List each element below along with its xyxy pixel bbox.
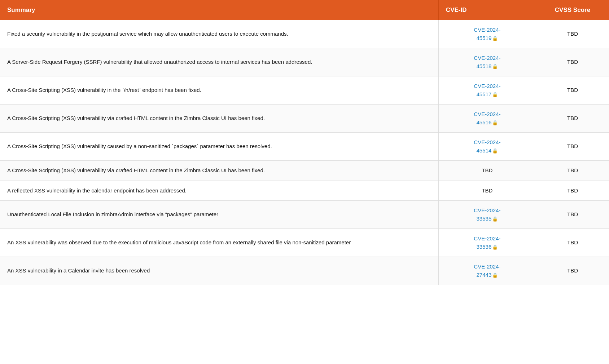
cve-id-cell[interactable]: CVE-2024-27443🔒 (438, 257, 536, 285)
summary-cell: Fixed a security vulnerability in the po… (0, 20, 438, 48)
table-row: A Cross-Site Scripting (XSS) vulnerabili… (0, 161, 609, 181)
lock-icon: 🔒 (492, 147, 498, 155)
cvss-score-cell: TBD (536, 181, 609, 201)
cve-id-cell[interactable]: CVE-2024-45517🔒 (438, 76, 536, 105)
cve-id-cell[interactable]: CVE-2024-45514🔒 (438, 133, 536, 161)
cvss-score-cell: TBD (536, 229, 609, 257)
summary-cell: A Cross-Site Scripting (XSS) vulnerabili… (0, 133, 438, 161)
table-row: A Server-Side Request Forgery (SSRF) vul… (0, 48, 609, 76)
cve-id-cell: TBD (438, 181, 536, 201)
cvss-score-cell: TBD (536, 201, 609, 229)
lock-icon: 🔒 (492, 35, 498, 42)
summary-cell: A Server-Side Request Forgery (SSRF) vul… (0, 48, 438, 76)
summary-cell: A Cross-Site Scripting (XSS) vulnerabili… (0, 76, 438, 105)
cve-link[interactable]: CVE-2024-45518🔒 (474, 54, 500, 70)
cve-id-cell[interactable]: CVE-2024-45516🔒 (438, 105, 536, 133)
summary-cell: An XSS vulnerability in a Calendar invit… (0, 257, 438, 285)
cve-column-header: CVE-ID (438, 0, 536, 20)
cvss-column-header: CVSS Score (536, 0, 609, 20)
cve-link[interactable]: CVE-2024-45514🔒 (474, 138, 500, 155)
lock-icon: 🔒 (492, 272, 498, 279)
table-row: Unauthenticated Local File Inclusion in … (0, 201, 609, 229)
cvss-score-cell: TBD (536, 161, 609, 181)
lock-icon: 🔒 (492, 119, 498, 126)
table-row: An XSS vulnerability in a Calendar invit… (0, 257, 609, 285)
cve-link[interactable]: CVE-2024-45516🔒 (474, 110, 500, 126)
cve-id-cell[interactable]: CVE-2024-33535🔒 (438, 201, 536, 229)
cvss-score-cell: TBD (536, 257, 609, 285)
cve-id-cell[interactable]: CVE-2024-45519🔒 (438, 20, 536, 48)
lock-icon: 🔒 (492, 63, 498, 70)
lock-icon: 🔒 (492, 216, 498, 223)
summary-cell: A Cross-Site Scripting (XSS) vulnerabili… (0, 161, 438, 181)
table-row: A reflected XSS vulnerability in the cal… (0, 181, 609, 201)
cvss-score-cell: TBD (536, 48, 609, 76)
vulnerability-table: Summary CVE-ID CVSS Score Fixed a securi… (0, 0, 609, 285)
cvss-score-cell: TBD (536, 20, 609, 48)
table-row: A Cross-Site Scripting (XSS) vulnerabili… (0, 105, 609, 133)
cvss-score-cell: TBD (536, 133, 609, 161)
table-header-row: Summary CVE-ID CVSS Score (0, 0, 609, 20)
cve-link[interactable]: CVE-2024-33536🔒 (474, 235, 500, 251)
cvss-score-cell: TBD (536, 76, 609, 105)
lock-icon: 🔒 (492, 91, 498, 98)
summary-cell: A reflected XSS vulnerability in the cal… (0, 181, 438, 201)
summary-cell: A Cross-Site Scripting (XSS) vulnerabili… (0, 105, 438, 133)
cve-id-cell[interactable]: CVE-2024-33536🔒 (438, 229, 536, 257)
cve-link[interactable]: CVE-2024-27443🔒 (474, 263, 500, 279)
summary-cell: Unauthenticated Local File Inclusion in … (0, 201, 438, 229)
cve-id-cell: TBD (438, 161, 536, 181)
cve-link[interactable]: CVE-2024-33535🔒 (474, 207, 500, 223)
summary-column-header: Summary (0, 0, 438, 20)
table-row: A Cross-Site Scripting (XSS) vulnerabili… (0, 76, 609, 105)
table-row: An XSS vulnerability was observed due to… (0, 229, 609, 257)
summary-cell: An XSS vulnerability was observed due to… (0, 229, 438, 257)
lock-icon: 🔒 (492, 244, 498, 251)
cve-id-cell[interactable]: CVE-2024-45518🔒 (438, 48, 536, 76)
table-row: Fixed a security vulnerability in the po… (0, 20, 609, 48)
table-row: A Cross-Site Scripting (XSS) vulnerabili… (0, 133, 609, 161)
cve-link[interactable]: CVE-2024-45519🔒 (474, 26, 500, 42)
cvss-score-cell: TBD (536, 105, 609, 133)
cve-link[interactable]: CVE-2024-45517🔒 (474, 82, 500, 98)
